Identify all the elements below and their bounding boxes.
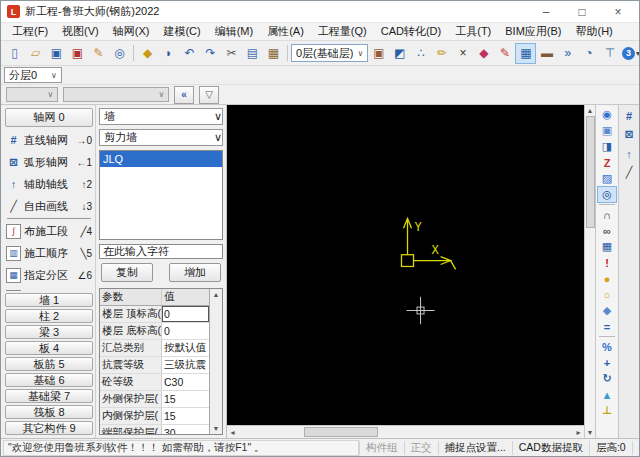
statusbar-item[interactable]: CAD数据提取 [512, 441, 589, 455]
floor-select[interactable]: 0层(基础层) ∨ [291, 44, 368, 62]
tool-item-2[interactable]: ⊠弧形轴网←1 [5, 151, 93, 173]
scroll-up-icon[interactable]: ▲ [213, 291, 220, 298]
glasses-button[interactable]: ∞ [598, 223, 616, 238]
menu-item[interactable]: 工具(T) [448, 23, 498, 40]
filter-combo-2[interactable]: ∨ [63, 87, 169, 102]
tag-button[interactable]: ◆ [598, 303, 616, 318]
statusbar-item[interactable]: 楼地面标 [632, 441, 639, 455]
menu-item[interactable]: 帮助(H) [569, 23, 620, 40]
pipe-button[interactable]: ⊥ [598, 403, 616, 418]
component-subtype-select[interactable]: 剪力墙 ∨ [99, 129, 223, 146]
category-button[interactable]: 墙 1 [5, 293, 93, 307]
color-render-button[interactable]: ◆ [473, 43, 494, 64]
copy-button[interactable]: ▤ [242, 43, 263, 64]
category-button[interactable]: 梁 3 [5, 325, 93, 339]
model-3d-button[interactable]: ▬ [536, 43, 557, 64]
binoculars-button[interactable]: ∩ [598, 207, 616, 222]
statusbar-item[interactable]: 层高:0 [589, 441, 632, 455]
menu-item[interactable]: 轴网(X) [106, 23, 157, 40]
menu-item[interactable]: 属性(A) [260, 23, 311, 40]
scroll-down-icon[interactable]: ▼ [213, 425, 220, 432]
user-level-button[interactable]: 3▾ [620, 43, 640, 64]
camera-view-button[interactable]: ◩ [389, 43, 410, 64]
cloud-boat-button[interactable]: ◗ [158, 43, 179, 64]
scroll-down-icon[interactable]: ▼ [587, 429, 594, 436]
undo-button[interactable]: ↶ [179, 43, 200, 64]
menu-item[interactable]: 编辑(M) [208, 23, 261, 40]
redo-button[interactable]: ↷ [200, 43, 221, 64]
property-value-cell[interactable]: 三级抗震 [162, 357, 209, 373]
vertical-scroll-thumb[interactable] [586, 116, 595, 228]
paint-db-button[interactable]: ◨ [598, 139, 616, 154]
minimize-button[interactable]: – [535, 4, 557, 20]
property-value-cell[interactable]: C30 [162, 374, 209, 390]
copy-component-button[interactable]: 复制 [101, 263, 153, 282]
aux-axis-button[interactable]: ↑ [620, 146, 638, 161]
statusbar-item[interactable]: 捕捉点设置... [438, 441, 512, 455]
project-stamp-button[interactable]: ◆ [137, 43, 158, 64]
save-as-button[interactable]: ▣ [67, 43, 88, 64]
delete-button[interactable]: × [452, 43, 473, 64]
sublayer-select[interactable]: 分层0 ∨ [4, 67, 62, 83]
name-input[interactable]: 在此输入字符 [99, 244, 223, 259]
scroll-right-icon[interactable]: ▸ [573, 428, 584, 437]
filter-button[interactable]: ▽ [199, 86, 219, 104]
free-line-button[interactable]: ╱ [620, 165, 638, 180]
exclaim-button[interactable]: ! [598, 255, 616, 270]
print-preview-button[interactable]: ◎ [109, 43, 130, 64]
move-button[interactable]: + [598, 355, 616, 370]
property-table-scrollbar[interactable]: ▲ ▼ [209, 289, 222, 434]
arc-axis-button[interactable]: ⊠ [620, 127, 638, 142]
tool-panel-header[interactable]: 轴网 0 [5, 108, 93, 127]
t-square-button[interactable]: ⊤ [599, 43, 620, 64]
cut-button[interactable]: ✂ [221, 43, 242, 64]
component-type-select[interactable]: 墙 ∨ [99, 108, 223, 125]
horizontal-scroll-thumb[interactable] [304, 427, 378, 437]
open-file-button[interactable]: ▱ [25, 43, 46, 64]
rotate-button[interactable]: ↻ [598, 371, 616, 386]
unlock-button[interactable]: ○ [598, 287, 616, 302]
paste-button[interactable]: ▦ [263, 43, 284, 64]
property-value-cell[interactable]: 0 [162, 323, 209, 339]
pick-nodes-button[interactable]: ∴ [410, 43, 431, 64]
filter-combo-1[interactable]: ∨ [6, 87, 58, 102]
category-button[interactable]: 基础梁 7 [5, 389, 93, 403]
layers-button[interactable]: ▣ [598, 123, 616, 138]
menu-item[interactable]: BIM应用(B) [498, 23, 568, 40]
compass-button[interactable]: ◎ [598, 187, 616, 202]
category-button[interactable]: 其它构件 9 [5, 421, 93, 435]
add-component-button[interactable]: 增加 [169, 263, 221, 282]
save-button[interactable]: ▣ [46, 43, 67, 64]
z-pen-button[interactable]: Z [598, 155, 616, 170]
drawing-canvas[interactable]: Y X [227, 105, 584, 425]
category-button[interactable]: 柱 2 [5, 309, 93, 323]
category-button[interactable]: 基础 6 [5, 373, 93, 387]
red-pen-button[interactable]: ✎ [494, 43, 515, 64]
category-button[interactable]: 板 4 [5, 341, 93, 355]
shield-button[interactable]: ◉ [598, 107, 616, 122]
menu-item[interactable]: 工程(F) [5, 23, 55, 40]
category-button[interactable]: 板筋 5 [5, 357, 93, 371]
new-file-button[interactable]: ▯ [4, 43, 25, 64]
tool-item-4[interactable]: ╱自由画线↓3 [5, 195, 93, 217]
close-button[interactable]: × [607, 4, 629, 20]
lock-button[interactable]: ● [598, 271, 616, 286]
image-button[interactable]: ▨ [598, 171, 616, 186]
protractor-button[interactable]: ◔ [578, 43, 599, 64]
tool-item-6[interactable]: ▥施工顺序╲5 [5, 242, 93, 264]
edit-doc-button[interactable]: ✎ [88, 43, 109, 64]
brush-button[interactable]: ✏ [431, 43, 452, 64]
tool-item-3[interactable]: ↑辅助轴线↑2 [5, 173, 93, 195]
menu-item[interactable]: 建模(C) [156, 23, 207, 40]
ruler-button[interactable]: = [598, 319, 616, 334]
layout-board-button[interactable]: ▦ [515, 43, 536, 64]
property-value-cell[interactable]: 按默认值 [162, 340, 209, 356]
maximize-button[interactable]: □ [571, 4, 593, 20]
scroll-left-icon[interactable]: ◂ [227, 428, 238, 437]
tool-item-5[interactable]: ∫布施工段╱4 [5, 220, 93, 242]
menu-item[interactable]: 工程量(Q) [311, 23, 374, 40]
grid-table-button[interactable]: ▦ [598, 239, 616, 254]
tool-item-7[interactable]: ▦指定分区∠6 [5, 264, 93, 286]
horizontal-scrollbar[interactable]: ◂ ▸ [227, 425, 584, 438]
property-value-cell[interactable]: 30 [162, 425, 209, 434]
